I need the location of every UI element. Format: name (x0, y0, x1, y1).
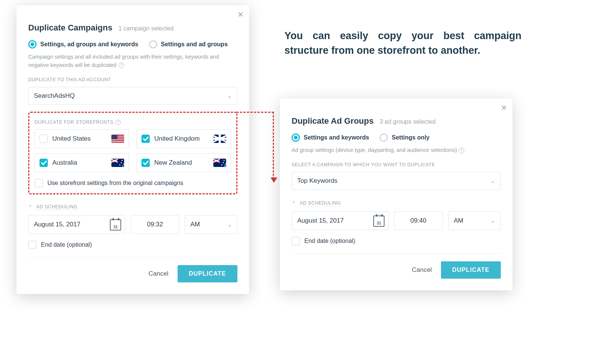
help-icon[interactable]: ? (116, 120, 121, 125)
help-icon[interactable]: ? (459, 148, 464, 153)
use-original-storefront-checkbox[interactable]: Use storefront settings from the origina… (35, 179, 231, 187)
radio-label: Settings and keywords (304, 134, 369, 141)
start-time-input[interactable]: 09:40 (394, 211, 443, 230)
duplicate-button[interactable]: DUPLICATE (178, 265, 237, 282)
storefront-label: Australia (52, 159, 77, 167)
storefront-label: New Zealand (154, 159, 192, 167)
ad-scheduling-toggle[interactable]: ⌃ AD SCHEDULING (292, 200, 501, 206)
flag-us-icon (111, 135, 124, 143)
description-text: Campaign settings and all included ad gr… (28, 53, 237, 70)
dialog-title: Duplicate Ad Groups (292, 116, 374, 126)
radio-label: Settings only (392, 134, 429, 141)
annotation-arrow (236, 112, 274, 113)
chevron-down-icon: ⌄ (227, 215, 232, 234)
checkbox-label: End date (optional) (41, 241, 92, 248)
close-icon[interactable]: × (501, 103, 507, 112)
duplicate-adgroups-dialog: × Duplicate Ad Groups 3 ad groups select… (280, 99, 512, 290)
radio-on-icon (28, 40, 36, 49)
ad-scheduling-toggle[interactable]: ⌃ AD SCHEDULING (28, 204, 237, 210)
annotation-arrow (273, 112, 274, 179)
start-time-input[interactable]: 09:32 (131, 215, 179, 234)
dialog-title: Duplicate Campaigns (28, 23, 112, 33)
chevron-up-icon: ⌃ (28, 204, 33, 210)
flag-au-icon (111, 159, 124, 167)
checkbox-label: End date (optional) (304, 238, 355, 244)
radio-settings-keywords[interactable]: Settings and keywords (292, 133, 369, 142)
chevron-up-icon: ⌃ (292, 200, 296, 206)
radio-settings-groups-keywords[interactable]: Settings, ad groups and keywords (28, 40, 138, 49)
checkbox-label: Use storefront settings from the origina… (47, 180, 183, 187)
start-date-input[interactable]: August 15, 2017 31 (28, 215, 125, 234)
radio-label: Settings and ad groups (161, 41, 228, 48)
calendar-icon: 31 (373, 215, 385, 227)
campaign-select[interactable]: Top Keywords ⌄ (292, 172, 501, 190)
chevron-down-icon: ⌄ (491, 172, 495, 190)
account-select[interactable]: SearchAdsHQ ⌄ (28, 87, 237, 105)
storefront-option-uk[interactable]: United Kingdom (137, 129, 231, 148)
account-section-label: DUPLICATE TO THIS AD ACCOUNT (28, 77, 237, 82)
storefronts-highlight-box: DUPLICATE FOR STOREFRONTS ? United State… (28, 112, 237, 194)
storefronts-section-label: DUPLICATE FOR STOREFRONTS ? (35, 120, 231, 125)
section-label: AD SCHEDULING (300, 200, 341, 206)
divider (292, 253, 501, 254)
date-value: August 15, 2017 (34, 221, 81, 228)
start-date-input[interactable]: August 15, 2017 31 (292, 211, 389, 230)
radio-label: Settings, ad groups and keywords (40, 41, 138, 48)
duplicate-button[interactable]: DUPLICATE (441, 261, 501, 279)
time-value: 09:32 (147, 221, 163, 228)
checkbox-on-icon (141, 135, 150, 143)
dialog-subtitle: 1 campaign selected (119, 25, 174, 32)
checkbox-off-icon (35, 179, 43, 187)
chevron-down-icon: ⌄ (491, 212, 495, 230)
chevron-down-icon: ⌄ (227, 87, 232, 105)
ampm-value: AM (454, 217, 464, 224)
time-value: 09:40 (410, 217, 427, 224)
caption-text: You can easily copy your best campaign s… (284, 29, 521, 58)
ampm-select[interactable]: AM ⌄ (448, 211, 501, 230)
storefront-option-us[interactable]: United States (35, 129, 129, 148)
storefront-label: United Kingdom (154, 135, 200, 143)
help-icon[interactable]: ? (119, 62, 124, 68)
account-value: SearchAdsHQ (34, 92, 75, 100)
calendar-icon: 31 (110, 219, 121, 231)
date-value: August 15, 2017 (297, 217, 344, 224)
divider (28, 257, 237, 258)
radio-off-icon (380, 133, 388, 142)
flag-uk-icon (213, 135, 226, 143)
storefront-option-nz[interactable]: New Zealand (137, 153, 231, 172)
annotation-arrowhead-icon (271, 177, 277, 183)
checkbox-off-icon (28, 241, 36, 249)
radio-on-icon (292, 133, 300, 142)
checkbox-on-icon (40, 159, 48, 167)
checkbox-off-icon (292, 237, 300, 245)
dialog-subtitle: 3 ad groups selected (380, 118, 436, 125)
end-date-checkbox[interactable]: End date (optional) (28, 241, 237, 249)
end-date-checkbox[interactable]: End date (optional) (292, 237, 501, 245)
ampm-select[interactable]: AM ⌄ (185, 215, 237, 234)
checkbox-off-icon (40, 135, 48, 143)
cancel-button[interactable]: Cancel (412, 266, 432, 274)
radio-off-icon (149, 40, 157, 49)
cancel-button[interactable]: Cancel (149, 270, 169, 278)
duplicate-campaigns-dialog: × Duplicate Campaigns 1 campaign selecte… (17, 5, 249, 294)
radio-settings-only[interactable]: Settings only (380, 133, 429, 142)
flag-nz-icon (213, 159, 226, 167)
checkbox-on-icon (141, 159, 150, 167)
campaign-section-label: SELECT A CAMPAIGN TO WHICH YOU WANT TO D… (292, 162, 501, 167)
close-icon[interactable]: × (238, 9, 243, 19)
ampm-value: AM (190, 221, 200, 228)
description-text: Ad group settings (device type, dayparti… (292, 146, 501, 155)
section-label: AD SCHEDULING (36, 204, 78, 209)
storefront-label: United States (52, 135, 91, 143)
campaign-value: Top Keywords (297, 177, 337, 185)
storefront-option-au[interactable]: Australia (35, 153, 129, 172)
radio-settings-groups[interactable]: Settings and ad groups (149, 40, 228, 49)
